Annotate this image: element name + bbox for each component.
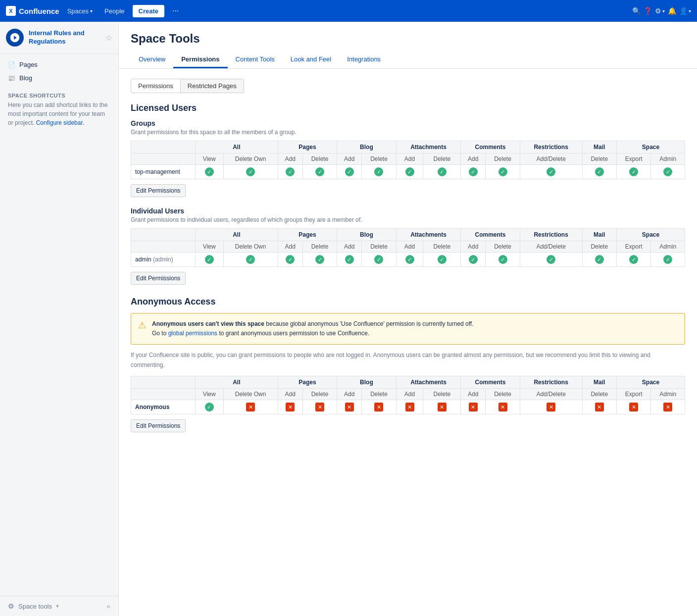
- global-permissions-link[interactable]: global permissions: [168, 330, 217, 337]
- user-name-cell: admin (admin): [131, 253, 196, 267]
- perm-check-icon: ✓: [345, 167, 354, 176]
- perm-check-icon: ✓: [438, 167, 447, 176]
- edit-anonymous-permissions-button[interactable]: Edit Permissions: [131, 419, 186, 432]
- perm-check-icon: ✓: [374, 255, 383, 264]
- collapse-icon[interactable]: «: [106, 602, 110, 610]
- col-empty: [131, 141, 196, 154]
- edit-groups-permissions-button[interactable]: Edit Permissions: [131, 184, 186, 197]
- perm-check-icon: ✓: [246, 255, 255, 264]
- col-space: Space: [616, 141, 685, 154]
- perm-check-icon: ✓: [547, 255, 555, 264]
- col-pages: Pages: [278, 141, 337, 154]
- perm-check-icon: ✓: [405, 167, 414, 176]
- settings-icon[interactable]: ⚙▾: [655, 7, 665, 15]
- perm-check-icon: ✓: [205, 167, 214, 176]
- table-row: Anonymous ✓ ✕ ✕ ✕ ✕ ✕: [131, 400, 685, 414]
- space-tools-gear-icon: ⚙: [8, 602, 14, 610]
- spaces-menu[interactable]: Spaces ▾: [63, 5, 97, 17]
- sidebar-header: Internal Rules and Regulations ☆: [0, 22, 118, 54]
- groups-permissions-table: All Pages Blog Attachments Comments Rest…: [131, 141, 685, 179]
- sub-tab-permissions[interactable]: Permissions: [131, 79, 181, 93]
- search-icon[interactable]: 🔍: [632, 7, 641, 15]
- perm-check-icon: ✓: [405, 255, 414, 264]
- perm-check-icon: ✓: [246, 167, 255, 176]
- anonymous-access-desc: If your Confluence site is public, you c…: [131, 351, 685, 369]
- col-restrictions: Restrictions: [520, 141, 582, 154]
- perm-green-icon: ✓: [205, 403, 214, 411]
- perm-check-icon: ✓: [498, 255, 507, 264]
- perm-red-icon: ✕: [374, 403, 383, 411]
- individual-users-title: Individual Users: [131, 207, 685, 215]
- anonymous-access-title: Anonymous Access: [131, 297, 685, 307]
- table-header-row-1: All Pages Blog Attachments Comments Rest…: [131, 141, 685, 154]
- table-header-row-2: View Delete Own Add Delete Add Delete Ad…: [131, 388, 685, 400]
- col-attachments: Attachments: [396, 141, 461, 154]
- main-content: Space Tools Overview Permissions Content…: [119, 22, 697, 616]
- sidebar-bottom-tools[interactable]: ⚙ Space tools ▾ «: [0, 596, 118, 616]
- help-icon[interactable]: ❓: [644, 7, 652, 15]
- notifications-icon[interactable]: 🔔: [668, 7, 676, 15]
- confluence-logo[interactable]: X Confluence: [6, 6, 59, 16]
- tab-integrations[interactable]: Integrations: [339, 51, 389, 68]
- user-avatar-icon[interactable]: 👤▾: [679, 7, 691, 15]
- sub-tabs: Permissions Restricted Pages: [131, 79, 244, 93]
- tab-content-tools[interactable]: Content Tools: [228, 51, 283, 68]
- space-title: Internal Rules and Regulations: [29, 29, 100, 46]
- anonymous-warning-box: ⚠ Anonymous users can't view this space …: [131, 313, 685, 345]
- sub-tab-restricted-pages[interactable]: Restricted Pages: [181, 79, 244, 93]
- create-button[interactable]: Create: [133, 5, 164, 17]
- people-link[interactable]: People: [100, 5, 128, 17]
- table-row: top-management ✓ ✓ ✓ ✓ ✓ ✓: [131, 165, 685, 179]
- perm-check-icon: ✓: [469, 255, 478, 264]
- warning-message: Anonymous users can't view this space be…: [152, 319, 474, 338]
- edit-individual-permissions-button[interactable]: Edit Permissions: [131, 272, 186, 285]
- sidebar-item-pages[interactable]: 📄 Pages: [0, 58, 118, 71]
- individual-users-desc: Grant permissions to individual users, r…: [131, 216, 685, 223]
- anonymous-permissions-table: All Pages Blog Attachments Comments Rest…: [131, 376, 685, 414]
- sidebar-item-blog[interactable]: 📰 Blog: [0, 71, 118, 85]
- perm-red-icon: ✕: [345, 403, 354, 411]
- perm-check-icon: ✓: [345, 255, 354, 264]
- shortcuts-desc: Here you can add shortcut links to the m…: [8, 101, 110, 127]
- table-header-row-1: All Pages Blog Attachments Comments Rest…: [131, 229, 685, 241]
- space-avatar-icon: [9, 32, 20, 43]
- group-name-cell: top-management: [131, 165, 196, 179]
- perm-check-icon: ✓: [629, 255, 638, 264]
- tab-look-and-feel[interactable]: Look and Feel: [283, 51, 339, 68]
- perm-check-icon: ✓: [286, 255, 295, 264]
- star-button[interactable]: ☆: [105, 33, 112, 43]
- tab-overview[interactable]: Overview: [131, 51, 173, 68]
- perm-check-icon: ✓: [547, 167, 555, 176]
- groups-desc: Grant permissions for this space to all …: [131, 129, 685, 136]
- configure-sidebar-link[interactable]: Configure sidebar.: [36, 119, 84, 126]
- perm-red-icon: ✕: [469, 403, 478, 411]
- top-tabs: Overview Permissions Content Tools Look …: [131, 51, 685, 68]
- sidebar-navigation: 📄 Pages 📰 Blog: [0, 54, 118, 89]
- perm-check-icon: ✓: [315, 255, 324, 264]
- perm-check-icon: ✓: [315, 167, 324, 176]
- perm-check-icon: ✓: [663, 167, 672, 176]
- table-header-row-2: View Delete Own Add Delete Add Delete Ad…: [131, 154, 685, 165]
- perm-red-icon: ✕: [246, 403, 255, 411]
- perm-red-icon: ✕: [438, 403, 447, 411]
- tab-permissions[interactable]: Permissions: [173, 51, 227, 68]
- shortcuts-title: SPACE SHORTCUTS: [8, 89, 110, 101]
- individual-users-permissions-table: All Pages Blog Attachments Comments Rest…: [131, 228, 685, 267]
- col-comments: Comments: [461, 141, 520, 154]
- top-navigation: X Confluence Spaces ▾ People Create ··· …: [0, 0, 697, 22]
- perm-check-icon: ✓: [374, 167, 383, 176]
- more-options-button[interactable]: ···: [168, 4, 183, 17]
- individual-users-section: Individual Users Grant permissions to in…: [131, 207, 685, 297]
- perm-red-icon: ✕: [595, 403, 604, 411]
- perm-red-icon: ✕: [315, 403, 324, 411]
- perm-red-icon: ✕: [663, 403, 672, 411]
- perm-check-icon: ✓: [438, 255, 447, 264]
- perm-check-icon: ✓: [469, 167, 478, 176]
- space-shortcuts-section: SPACE SHORTCUTS Here you can add shortcu…: [0, 89, 118, 127]
- pages-icon: 📄: [8, 61, 15, 68]
- table-row: admin (admin) ✓ ✓ ✓ ✓ ✓ ✓ ✓ ✓ ✓: [131, 253, 685, 267]
- perm-red-icon: ✕: [405, 403, 414, 411]
- perm-red-icon: ✕: [498, 403, 507, 411]
- anonymous-name-cell: Anonymous: [131, 400, 196, 414]
- perm-red-icon: ✕: [286, 403, 295, 411]
